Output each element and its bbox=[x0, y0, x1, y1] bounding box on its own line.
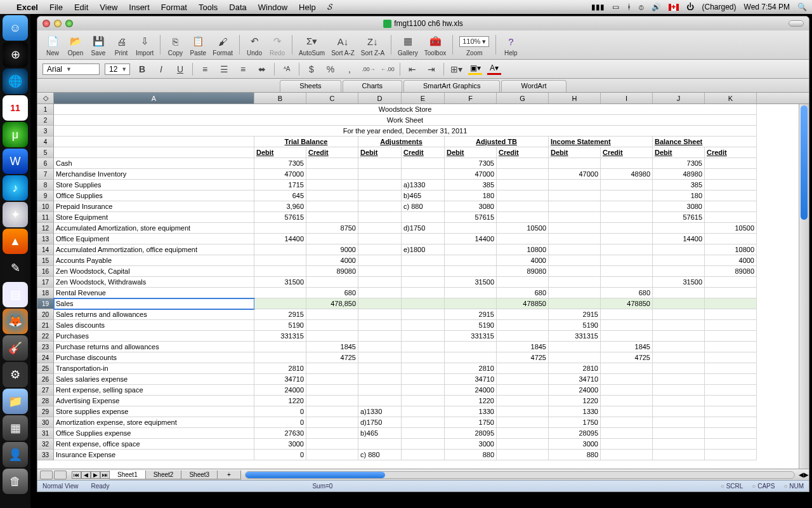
cell[interactable] bbox=[705, 158, 757, 169]
comma-icon[interactable]: , bbox=[343, 63, 357, 76]
cell[interactable]: 1845 bbox=[497, 342, 549, 352]
open-icon[interactable]: 📂 bbox=[67, 34, 84, 49]
dec-decimal-icon[interactable]: ←.00 bbox=[381, 63, 395, 76]
cell[interactable]: 27630 bbox=[254, 428, 306, 439]
cell[interactable] bbox=[358, 320, 402, 331]
row-header[interactable]: 3 bbox=[37, 126, 54, 137]
cell[interactable] bbox=[497, 428, 549, 439]
cell[interactable]: 4000 bbox=[705, 255, 757, 266]
col-header-B[interactable]: B bbox=[254, 93, 306, 104]
cell[interactable]: 2915 bbox=[549, 309, 601, 320]
cell[interactable] bbox=[402, 352, 445, 363]
cell[interactable]: 4725 bbox=[601, 352, 653, 363]
dock-calendar[interactable]: 11 bbox=[3, 95, 28, 121]
wifi-icon[interactable]: ⦶ bbox=[639, 3, 644, 11]
col-header-G[interactable]: G bbox=[497, 93, 549, 104]
cell[interactable]: 24000 bbox=[445, 385, 497, 396]
row-header[interactable]: 28 bbox=[37, 396, 54, 406]
minimize-button[interactable] bbox=[54, 20, 62, 27]
dock-preview[interactable]: ▤ bbox=[3, 282, 28, 307]
cell[interactable] bbox=[549, 277, 601, 288]
align-center-icon[interactable]: ☰ bbox=[217, 63, 231, 76]
cell[interactable]: 4000 bbox=[306, 255, 358, 266]
page-layout-btn[interactable] bbox=[54, 471, 67, 479]
row-header[interactable]: 24 bbox=[37, 352, 54, 363]
cell[interactable] bbox=[705, 288, 757, 298]
cell[interactable] bbox=[358, 288, 402, 298]
cell[interactable]: 24000 bbox=[549, 385, 601, 396]
sheet-tab-2[interactable]: Sheet2 bbox=[145, 471, 182, 479]
cell[interactable] bbox=[358, 266, 402, 277]
currency-icon[interactable]: $ bbox=[304, 63, 318, 76]
cell[interactable] bbox=[254, 298, 306, 309]
cell[interactable] bbox=[601, 374, 653, 385]
vscroll-thumb[interactable] bbox=[801, 105, 808, 220]
select-all-corner[interactable]: ◇ bbox=[37, 93, 54, 104]
script-menu-icon[interactable]: 𝓢 bbox=[327, 2, 332, 12]
cell[interactable] bbox=[402, 298, 445, 309]
cell[interactable]: Amortization expense, store equipment bbox=[54, 417, 254, 428]
cell[interactable]: d)1750 bbox=[358, 417, 402, 428]
cell[interactable]: Purchase returns and allowances bbox=[54, 342, 254, 352]
cell[interactable] bbox=[653, 288, 705, 298]
cell[interactable]: 1845 bbox=[306, 342, 358, 352]
cell[interactable] bbox=[601, 385, 653, 396]
cell[interactable]: 3000 bbox=[254, 439, 306, 450]
cell[interactable] bbox=[358, 277, 402, 288]
cell[interactable]: 10800 bbox=[705, 244, 757, 255]
cell[interactable] bbox=[306, 277, 358, 288]
sort-za-icon[interactable]: Z↓ bbox=[364, 34, 381, 49]
cell[interactable] bbox=[549, 212, 601, 223]
cell[interactable]: 89080 bbox=[705, 266, 757, 277]
cell[interactable] bbox=[358, 331, 402, 342]
cell[interactable]: 3080 bbox=[653, 201, 705, 212]
cell[interactable] bbox=[254, 223, 306, 234]
menu-format[interactable]: Format bbox=[161, 3, 187, 12]
sort-az-icon[interactable]: A↓ bbox=[335, 34, 351, 49]
cell[interactable] bbox=[358, 396, 402, 406]
cell[interactable] bbox=[402, 406, 445, 417]
dock-itunes[interactable]: ♪ bbox=[3, 175, 28, 201]
grid-body[interactable]: 1Woodstock Store2Work Sheet3For the year… bbox=[37, 104, 809, 469]
tab-charts[interactable]: Charts bbox=[343, 80, 402, 92]
cell[interactable] bbox=[705, 352, 757, 363]
battery-icon[interactable]: ▮▮▮ bbox=[591, 3, 605, 11]
menu-edit[interactable]: Edit bbox=[74, 3, 88, 12]
cell[interactable]: 331315 bbox=[445, 331, 497, 342]
cell[interactable] bbox=[549, 288, 601, 298]
row-header[interactable]: 17 bbox=[37, 277, 54, 288]
cell[interactable]: Rental Revenue bbox=[54, 288, 254, 298]
cell[interactable] bbox=[497, 158, 549, 169]
cell[interactable] bbox=[306, 158, 358, 169]
cell[interactable]: 3,960 bbox=[254, 201, 306, 212]
cell[interactable] bbox=[497, 169, 549, 180]
cell[interactable] bbox=[705, 374, 757, 385]
cell[interactable]: 89080 bbox=[306, 266, 358, 277]
cell[interactable] bbox=[402, 288, 445, 298]
cell[interactable] bbox=[601, 201, 653, 212]
cell[interactable]: 1750 bbox=[445, 417, 497, 428]
cell[interactable]: 31500 bbox=[653, 277, 705, 288]
row-header[interactable]: 1 bbox=[37, 104, 54, 115]
menu-view[interactable]: View bbox=[100, 3, 117, 12]
cell[interactable]: Advertising Expense bbox=[54, 396, 254, 406]
cell[interactable]: Purchases bbox=[54, 331, 254, 342]
cell[interactable]: 680 bbox=[497, 288, 549, 298]
format-painter-icon[interactable]: 🖌 bbox=[214, 34, 231, 49]
col-header-I[interactable]: I bbox=[601, 93, 653, 104]
menu-file[interactable]: File bbox=[49, 3, 63, 12]
align-left-icon[interactable]: ≡ bbox=[198, 63, 212, 76]
cell[interactable] bbox=[497, 406, 549, 417]
row-header[interactable]: 19 bbox=[37, 298, 54, 309]
sheet-tab-add[interactable]: + bbox=[217, 471, 240, 479]
borders-icon[interactable]: ⊞▾ bbox=[449, 63, 463, 76]
cell[interactable]: Credit bbox=[306, 147, 358, 158]
cell[interactable]: a)1330 bbox=[358, 406, 402, 417]
cell[interactable] bbox=[705, 169, 757, 180]
cell[interactable] bbox=[705, 385, 757, 396]
cell[interactable]: 5190 bbox=[254, 320, 306, 331]
cell[interactable]: Credit bbox=[705, 147, 757, 158]
cell[interactable]: 9000 bbox=[306, 244, 358, 255]
cell[interactable]: Income Statement bbox=[549, 137, 653, 147]
cell[interactable] bbox=[306, 417, 358, 428]
